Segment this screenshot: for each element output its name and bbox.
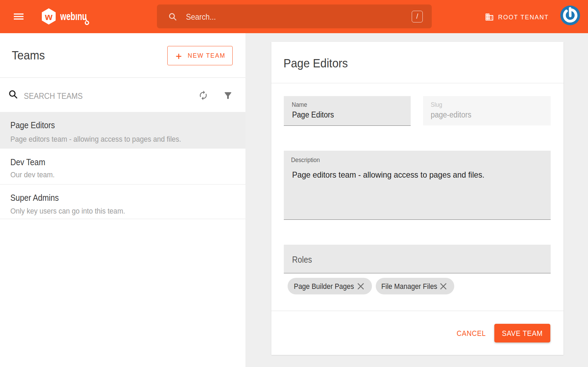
svg-text:w: w <box>45 11 53 22</box>
svg-text:webınu: webınu <box>60 10 87 22</box>
